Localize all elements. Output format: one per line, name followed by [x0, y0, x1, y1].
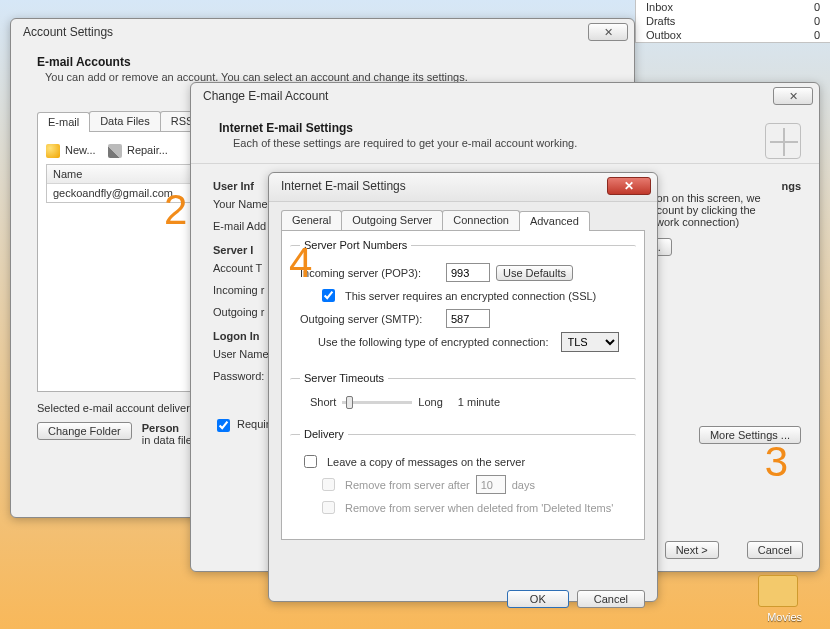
server-port-fieldset: Server Port Numbers Incoming server (POP… — [290, 239, 636, 366]
folder-name: Drafts — [646, 15, 675, 27]
leave-copy-label: Leave a copy of messages on the server — [327, 456, 525, 468]
movies-folder-label: Movies — [767, 611, 802, 623]
folder-count: 0 — [814, 15, 820, 27]
datafile-label: in data file — [142, 434, 192, 446]
wizard-icon — [765, 123, 801, 159]
folder-name: Outbox — [646, 29, 681, 41]
tab-advanced[interactable]: Advanced — [519, 211, 590, 231]
new-icon — [46, 144, 60, 158]
timeouts-fieldset: Server Timeouts Short Long 1 minute — [290, 372, 636, 422]
enc-type-select[interactable]: TLS — [561, 332, 619, 352]
dialog-title: Internet E-mail Settings — [281, 179, 406, 193]
ssl-label: This server requires an encrypted connec… — [345, 290, 596, 302]
folder-name: Inbox — [646, 1, 673, 13]
heading: Internet E-mail Settings — [219, 121, 801, 135]
remove-deleted-checkbox — [322, 501, 335, 514]
settings-tabs: General Outgoing Server Connection Advan… — [281, 210, 645, 231]
internet-email-settings-dialog: Internet E-mail Settings ✕ General Outgo… — [268, 172, 658, 602]
remove-deleted-label: Remove from server when deleted from 'De… — [345, 502, 613, 514]
remove-after-checkbox — [322, 478, 335, 491]
mailbox-pane: Inbox 0 Drafts 0 Outbox 0 — [635, 0, 830, 43]
folder-count: 0 — [814, 1, 820, 13]
tab-datafiles[interactable]: Data Files — [89, 111, 161, 131]
close-button[interactable]: ✕ — [588, 23, 628, 41]
change-folder-button[interactable]: Change Folder — [37, 422, 132, 440]
server-port-legend: Server Port Numbers — [300, 239, 411, 251]
incoming-port-label: Incoming server (POP3): — [300, 267, 440, 279]
delivery-legend: Delivery — [300, 428, 348, 440]
window-title: Change E-mail Account — [203, 89, 328, 103]
ssl-checkbox[interactable] — [322, 289, 335, 302]
movies-folder-icon[interactable] — [758, 575, 798, 607]
days-label: days — [512, 479, 535, 491]
outgoing-port-label: Outgoing server (SMTP): — [300, 313, 440, 325]
enc-type-label: Use the following type of encrypted conn… — [318, 336, 549, 348]
remove-after-days-input — [476, 475, 506, 494]
tab-general[interactable]: General — [281, 210, 342, 230]
tab-outgoing-server[interactable]: Outgoing Server — [341, 210, 443, 230]
ok-button[interactable]: OK — [507, 590, 569, 608]
window-title: Account Settings — [23, 25, 113, 39]
personal-label: Person — [142, 422, 192, 434]
tab-email[interactable]: E-mail — [37, 112, 90, 132]
folder-count: 0 — [814, 29, 820, 41]
repair-icon — [108, 144, 122, 158]
mailbox-row[interactable]: Drafts 0 — [636, 14, 830, 28]
cancel-button[interactable]: Cancel — [577, 590, 645, 608]
require-checkbox[interactable] — [217, 419, 230, 432]
timeout-slider[interactable] — [342, 401, 412, 404]
outgoing-port-input[interactable] — [446, 309, 490, 328]
cancel-button[interactable]: Cancel — [747, 541, 803, 559]
close-button[interactable]: ✕ — [773, 87, 813, 105]
tab-connection[interactable]: Connection — [442, 210, 520, 230]
close-button[interactable]: ✕ — [607, 177, 651, 195]
subheading: Each of these settings are required to g… — [233, 137, 801, 149]
timeout-short-label: Short — [310, 396, 336, 408]
incoming-port-input[interactable] — [446, 263, 490, 282]
mailbox-row[interactable]: Outbox 0 — [636, 28, 830, 42]
mailbox-row[interactable]: Inbox 0 — [636, 0, 830, 14]
leave-copy-checkbox[interactable] — [304, 455, 317, 468]
timeouts-legend: Server Timeouts — [300, 372, 388, 384]
timeout-value: 1 minute — [458, 396, 500, 408]
heading: E-mail Accounts — [37, 55, 618, 69]
delivery-fieldset: Delivery Leave a copy of messages on the… — [290, 428, 636, 531]
remove-after-label: Remove from server after — [345, 479, 470, 491]
more-settings-button[interactable]: More Settings ... — [699, 426, 801, 444]
repair-button[interactable]: Repair... — [127, 144, 168, 156]
timeout-long-label: Long — [418, 396, 442, 408]
use-defaults-button[interactable]: Use Defaults — [496, 265, 573, 281]
next-button[interactable]: Next > — [665, 541, 719, 559]
new-button[interactable]: New... — [65, 144, 96, 156]
